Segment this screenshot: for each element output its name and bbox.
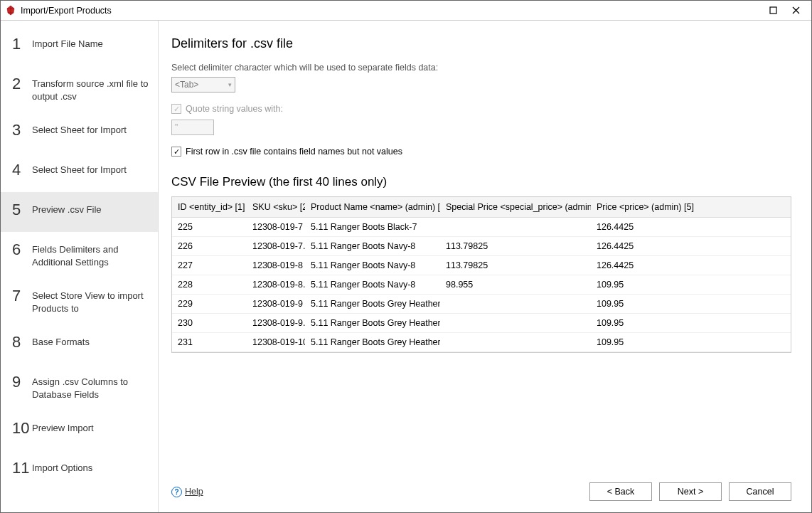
cell-sku: 12308-019-8 bbox=[247, 256, 305, 275]
wizard-step-6[interactable]: 6Fields Delimiters and Additional Settin… bbox=[1, 232, 158, 278]
cell-name: 5.11 Ranger Boots Black-7 bbox=[305, 218, 440, 237]
step-number: 8 bbox=[12, 334, 32, 350]
quote-checkbox[interactable]: ✓ bbox=[171, 104, 181, 114]
step-number: 5 bbox=[12, 202, 32, 218]
wizard-step-9[interactable]: 9Assign .csv Columns to Database Fields bbox=[1, 364, 158, 411]
cell-sku: 12308-019-9 bbox=[247, 295, 305, 314]
table-row[interactable]: 22812308-019-8.55.11 Ranger Boots Navy-8… bbox=[172, 275, 791, 295]
step-label: Import Options bbox=[32, 460, 92, 475]
step-number: 7 bbox=[12, 288, 32, 304]
cell-sku: 12308-019-7 bbox=[247, 218, 305, 237]
wizard-step-1[interactable]: 1Import File Name bbox=[1, 26, 158, 66]
step-number: 3 bbox=[12, 122, 32, 138]
cell-sp: 113.79825 bbox=[440, 256, 591, 275]
cell-price: 109.95 bbox=[591, 333, 791, 352]
help-link[interactable]: ? Help bbox=[171, 487, 203, 497]
step-number: 11 bbox=[12, 460, 32, 476]
step-label: Assign .csv Columns to Database Fields bbox=[32, 374, 149, 401]
csv-preview-table-wrap: ID <entity_id> [1]SKU <sku> [2]Product N… bbox=[171, 196, 791, 353]
cell-name: 5.11 Ranger Boots Grey Heather-9.5 bbox=[305, 295, 440, 314]
cell-sku: 12308-019-7.5 bbox=[247, 237, 305, 256]
cell-name: 5.11 Ranger Boots Grey Heather-9.5 bbox=[305, 314, 440, 333]
column-header[interactable]: SKU <sku> [2] bbox=[247, 197, 305, 218]
wizard-step-7[interactable]: 7Select Store View to import Products to bbox=[1, 278, 158, 324]
table-row[interactable]: 22712308-019-85.11 Ranger Boots Navy-811… bbox=[172, 256, 791, 275]
firstrow-checkbox[interactable]: ✓ bbox=[171, 147, 181, 157]
cell-id: 227 bbox=[172, 256, 247, 275]
cell-sp: 98.955 bbox=[440, 275, 591, 295]
window-title: Import/Export Products bbox=[21, 6, 762, 16]
firstrow-label: First row in .csv file contains field na… bbox=[186, 147, 402, 157]
step-label: Fields Delimiters and Additional Setting… bbox=[32, 242, 149, 268]
step-number: 6 bbox=[12, 242, 32, 258]
footer: ? Help < Back Next > Cancel bbox=[171, 482, 791, 501]
help-icon: ? bbox=[171, 487, 182, 497]
cell-price: 126.4425 bbox=[591, 218, 791, 237]
wizard-step-4[interactable]: 4Select Sheet for Import bbox=[1, 152, 158, 192]
table-row[interactable]: 23012308-019-9.55.11 Ranger Boots Grey H… bbox=[172, 314, 791, 333]
cell-name: 5.11 Ranger Boots Navy-8 bbox=[305, 275, 440, 295]
step-number: 4 bbox=[12, 162, 32, 178]
main-panel: Delimiters for .csv file Select delimite… bbox=[159, 21, 811, 512]
step-label: Select Sheet for Import bbox=[32, 162, 127, 176]
cancel-button[interactable]: Cancel bbox=[729, 482, 791, 501]
wizard-step-3[interactable]: 3Select Sheet for Import bbox=[1, 112, 158, 152]
delimiter-select[interactable]: <Tab> ▾ bbox=[171, 77, 235, 92]
cell-id: 230 bbox=[172, 314, 247, 333]
titlebar: Import/Export Products bbox=[1, 1, 811, 21]
cell-price: 126.4425 bbox=[591, 256, 791, 275]
table-row[interactable]: 23112308-019-105.11 Ranger Boots Grey He… bbox=[172, 333, 791, 352]
next-button[interactable]: Next > bbox=[659, 482, 722, 501]
cell-id: 226 bbox=[172, 237, 247, 256]
step-label: Base Formats bbox=[32, 334, 90, 349]
step-label: Preview Import bbox=[32, 421, 94, 435]
step-number: 9 bbox=[12, 374, 32, 390]
wizard-step-2[interactable]: 2Transform source .xml file to output .c… bbox=[1, 66, 158, 112]
cell-id: 228 bbox=[172, 275, 247, 295]
step-label: Transform source .xml file to output .cs… bbox=[32, 76, 149, 102]
step-number: 2 bbox=[12, 76, 32, 92]
wizard-step-10[interactable]: 10Preview Import bbox=[1, 411, 158, 450]
column-header[interactable]: Special Price <special_price> (admin) [4… bbox=[440, 197, 591, 218]
cell-name: 5.11 Ranger Boots Navy-8 bbox=[305, 237, 440, 256]
cell-sku: 12308-019-9.5 bbox=[247, 314, 305, 333]
cell-price: 126.4425 bbox=[591, 237, 791, 256]
quote-checkbox-row: ✓ Quote string values with: bbox=[171, 104, 791, 114]
step-label: Select Store View to import Products to bbox=[32, 288, 149, 314]
cell-sku: 12308-019-8.5 bbox=[247, 275, 305, 295]
table-row[interactable]: 22512308-019-75.11 Ranger Boots Black-71… bbox=[172, 218, 791, 237]
delimiter-subtext: Select delimiter character which will be… bbox=[171, 63, 791, 73]
cell-sp bbox=[440, 218, 591, 237]
step-label: Preview .csv File bbox=[32, 202, 102, 216]
step-label: Import File Name bbox=[32, 36, 103, 51]
column-header[interactable]: Price <price> (admin) [5] bbox=[591, 197, 791, 218]
page-heading: Delimiters for .csv file bbox=[171, 36, 791, 51]
cell-name: 5.11 Ranger Boots Grey Heather-9.5 bbox=[305, 333, 440, 352]
back-button[interactable]: < Back bbox=[589, 482, 652, 501]
table-row[interactable]: 22912308-019-95.11 Ranger Boots Grey Hea… bbox=[172, 295, 791, 314]
wizard-step-8[interactable]: 8Base Formats bbox=[1, 324, 158, 364]
window-controls bbox=[762, 3, 807, 18]
cell-id: 229 bbox=[172, 295, 247, 314]
column-header[interactable]: Product Name <name> (admin) [3] bbox=[305, 197, 440, 218]
cell-name: 5.11 Ranger Boots Navy-8 bbox=[305, 256, 440, 275]
app-icon bbox=[5, 5, 16, 16]
table-row[interactable]: 22612308-019-7.55.11 Ranger Boots Navy-8… bbox=[172, 237, 791, 256]
preview-heading: CSV File Preview (the first 40 lines onl… bbox=[171, 175, 791, 189]
help-label: Help bbox=[185, 487, 203, 497]
cell-sp: 113.79825 bbox=[440, 237, 591, 256]
delimiter-value: <Tab> bbox=[175, 80, 198, 90]
close-button[interactable] bbox=[784, 3, 807, 18]
svg-rect-0 bbox=[770, 7, 776, 14]
maximize-button[interactable] bbox=[762, 3, 784, 18]
csv-preview-table: ID <entity_id> [1]SKU <sku> [2]Product N… bbox=[172, 197, 791, 352]
wizard-step-5[interactable]: 5Preview .csv File bbox=[1, 192, 158, 232]
cell-sku: 12308-019-10 bbox=[247, 333, 305, 352]
cell-id: 231 bbox=[172, 333, 247, 352]
cell-price: 109.95 bbox=[591, 275, 791, 295]
wizard-step-11[interactable]: 11Import Options bbox=[1, 450, 158, 490]
firstrow-checkbox-row: ✓ First row in .csv file contains field … bbox=[171, 147, 791, 157]
step-number: 1 bbox=[12, 36, 32, 52]
cell-sp bbox=[440, 314, 591, 333]
column-header[interactable]: ID <entity_id> [1] bbox=[172, 197, 247, 218]
